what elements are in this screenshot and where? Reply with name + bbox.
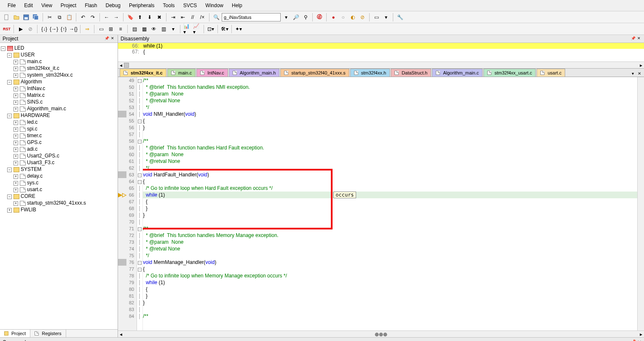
paste-icon[interactable]: 📋 — [65, 13, 73, 21]
serial-window-icon[interactable]: ▾ — [169, 25, 177, 33]
menu-help[interactable]: Help — [228, 1, 247, 10]
tree-file[interactable]: +Matrix.c — [1, 92, 117, 99]
scroll-left-icon[interactable]: ◂ — [118, 331, 124, 337]
run-to-cursor-icon[interactable]: →{} — [69, 25, 78, 33]
configure-icon[interactable]: 🔧 — [396, 13, 404, 21]
callstack-window-icon[interactable]: ▦ — [140, 25, 148, 33]
tree-file[interactable]: +sys.c — [1, 179, 117, 186]
tree-file[interactable]: +led.c — [1, 119, 117, 125]
step-out-icon[interactable]: {↑} — [59, 25, 68, 33]
scroll-right-icon[interactable]: ▸ — [638, 62, 644, 68]
nav-fwd-icon[interactable]: → — [112, 13, 121, 21]
tab-list-icon[interactable]: ▾ — [630, 71, 636, 77]
search-dropdown-icon[interactable]: ▾ — [282, 13, 290, 21]
editor-tab[interactable]: IntNav.c — [196, 69, 228, 77]
command-window-icon[interactable]: ▭ — [97, 25, 105, 33]
cut-icon[interactable]: ✂ — [46, 13, 54, 21]
editor-tab[interactable]: stm32f4xx_it.c — [120, 69, 166, 77]
nav-back-icon[interactable]: ← — [102, 13, 111, 21]
menu-window[interactable]: Window — [201, 1, 228, 10]
tree-file[interactable]: +system_stm32f4xx.c — [1, 72, 117, 78]
toolbox-icon[interactable]: 🛠▾ — [220, 25, 229, 33]
save-all-icon[interactable] — [32, 13, 40, 21]
editor-tab[interactable]: stm32f4xx_usart.c — [483, 69, 536, 77]
menu-edit[interactable]: Edit — [20, 1, 37, 10]
menu-peripherals[interactable]: Peripherals — [125, 1, 159, 10]
menu-project[interactable]: Project — [56, 1, 80, 10]
tree-file[interactable]: +IntNav.c — [1, 85, 117, 92]
editor-tab[interactable]: startup_stm32f40_41xxx.s — [280, 69, 349, 77]
watch-window-icon[interactable]: 👁 — [150, 25, 158, 33]
outdent-icon[interactable]: ⇤ — [179, 13, 187, 21]
trace-icon[interactable]: 📈▾ — [193, 25, 201, 33]
editor-tab[interactable]: main.c — [167, 69, 196, 77]
window-dropdown-icon[interactable]: ▾ — [382, 13, 390, 21]
debug-settings-icon[interactable]: ✦▾ — [234, 25, 243, 33]
pin-icon[interactable]: 📌 — [631, 36, 636, 41]
run-icon[interactable]: ▶ — [16, 25, 25, 33]
tree-file[interactable]: +Algorithm_main.c — [1, 105, 117, 112]
close-tab-icon[interactable]: ✕ — [636, 71, 642, 77]
symbol-window-icon[interactable]: ≡ — [116, 25, 125, 33]
reset-icon[interactable]: RST — [3, 25, 11, 33]
bottom-tab-project[interactable]: Project — [0, 330, 30, 337]
scroll-right-icon[interactable]: ▸ — [638, 331, 644, 337]
pin-icon[interactable]: 📌 — [104, 36, 109, 41]
close-pane-icon[interactable]: ✕ — [636, 36, 641, 41]
bookmark-clear-icon[interactable]: ✖ — [155, 13, 164, 21]
menu-tools[interactable]: Tools — [159, 1, 179, 10]
tree-file[interactable]: +startup_stm32f40_41xxx.s — [1, 200, 117, 206]
search-input[interactable] — [222, 13, 281, 21]
open-icon[interactable] — [12, 13, 21, 21]
tree-file[interactable]: +adi.c — [1, 146, 117, 152]
tree-file[interactable]: +timer.c — [1, 132, 117, 139]
step-over-icon[interactable]: {→} — [50, 25, 58, 33]
pin-icon[interactable]: 📌 — [630, 339, 636, 341]
bookmark-prev-icon[interactable]: ⬆ — [136, 13, 144, 21]
tree-file[interactable]: +stm32f4xx_it.c — [1, 65, 117, 72]
system-viewer-icon[interactable]: ⊡▾ — [207, 25, 215, 33]
uncomment-icon[interactable]: /× — [198, 13, 207, 21]
analysis-icon[interactable]: 📊▾ — [183, 25, 191, 33]
editor-tab[interactable]: Algorithm_main.h — [229, 69, 280, 77]
close-pane-icon[interactable]: ✕ — [110, 36, 115, 41]
tree-file[interactable]: +Usart3_F3.c — [1, 159, 117, 166]
project-tree[interactable]: −LED−USER+main.c+stm32f4xx_it.c+system_s… — [0, 43, 118, 329]
save-icon[interactable] — [22, 13, 30, 21]
find-icon[interactable]: 🔍 — [212, 13, 220, 21]
bookmark-next-icon[interactable]: ⬇ — [145, 13, 154, 21]
editor-tab[interactable]: stm32f4xx.h — [350, 69, 390, 77]
code-editor[interactable]: ▶▷ 4950515253545556575859606162636465666… — [118, 77, 644, 330]
disasm-window-icon[interactable]: ⊞ — [107, 25, 115, 33]
disasm-body[interactable]: 66: while (1) 67: { — [118, 43, 644, 61]
tree-file[interactable]: +delay.c — [1, 173, 117, 179]
find-in-files-icon[interactable]: 🔎 — [292, 13, 300, 21]
scroll-thumb[interactable] — [124, 63, 129, 68]
scroll-left-icon[interactable]: ◂ — [118, 62, 124, 68]
tree-file[interactable]: +usart.c — [1, 186, 117, 193]
menu-flash[interactable]: Flash — [80, 1, 101, 10]
breakpoint-kill-icon[interactable]: ◐ — [349, 13, 357, 21]
incremental-find-icon[interactable]: ⚲ — [301, 13, 310, 21]
show-next-icon[interactable]: ⇒ — [83, 25, 91, 33]
menu-svcs[interactable]: SVCS — [179, 1, 201, 10]
memory-window-icon[interactable]: ▥ — [159, 25, 168, 33]
indent-icon[interactable]: ⇥ — [169, 13, 177, 21]
new-file-icon[interactable] — [3, 13, 11, 21]
undo-icon[interactable]: ↶ — [79, 13, 87, 21]
editor-tab[interactable]: Algorithm_main.c — [432, 69, 483, 77]
breakpoint-killall-icon[interactable]: ⊘ — [358, 13, 367, 21]
tree-file[interactable]: +main.c — [1, 58, 117, 65]
tree-file[interactable]: +GPS.c — [1, 139, 117, 146]
editor-tab[interactable]: usart.c — [537, 69, 565, 77]
bookmark-icon[interactable]: 🔖 — [126, 13, 134, 21]
stop-icon[interactable]: ⊘ — [26, 25, 35, 33]
debug-start-icon[interactable]: ⓓ — [315, 13, 324, 21]
comment-icon[interactable]: // — [188, 13, 197, 21]
registers-window-icon[interactable]: ▤ — [130, 25, 139, 33]
breakpoint-insert-icon[interactable]: ● — [329, 13, 338, 21]
editor-tab[interactable]: DataStruct.h — [391, 69, 431, 77]
window-icon[interactable]: ▭ — [372, 13, 381, 21]
redo-icon[interactable]: ↷ — [89, 13, 97, 21]
bottom-tab-registers[interactable]: Registers — [30, 330, 66, 337]
